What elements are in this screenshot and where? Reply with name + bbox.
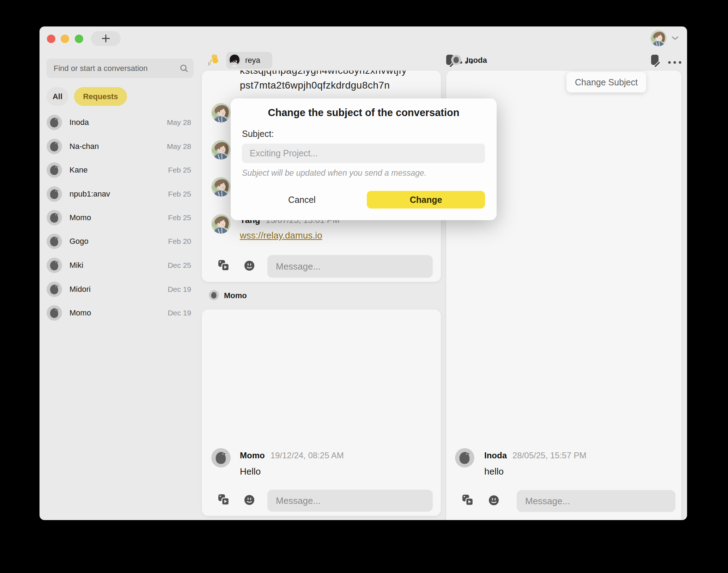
bird-avatar xyxy=(47,210,62,225)
conversation-date: Feb 25 xyxy=(168,186,191,202)
bird-avatar-glyph xyxy=(47,139,62,154)
emoji-glyph xyxy=(244,495,255,505)
conversation-name: Gogo xyxy=(69,234,89,249)
bird-avatar-glyph xyxy=(211,448,231,468)
user-avatar[interactable] xyxy=(650,30,667,46)
ellipsis-glyph xyxy=(668,61,682,64)
bird-avatar xyxy=(47,234,62,249)
message-avatar xyxy=(211,103,231,122)
conversation-row[interactable]: Miki Dec 25 xyxy=(47,258,194,273)
girl-avatar-glyph xyxy=(211,177,231,197)
conversation-date: May 28 xyxy=(167,115,191,130)
conversation-name: Miki xyxy=(69,258,83,273)
girl-avatar-glyph xyxy=(211,140,231,159)
change-button[interactable]: Change xyxy=(367,191,485,209)
media-glyph xyxy=(461,494,474,506)
dialog-title: Change the subject of the conversation xyxy=(231,107,497,119)
subject-note: Subject will be updated when you send a … xyxy=(242,168,426,178)
conversation-name: Momo xyxy=(69,305,91,321)
tab-requests[interactable]: Requests xyxy=(74,87,127,106)
zoom-button[interactable] xyxy=(75,35,83,43)
bird-avatar xyxy=(47,282,62,297)
chat-panel-momo: Momo19/12/24, 08:25 AM Hello xyxy=(202,309,441,516)
change-subject-tooltip: Change Subject xyxy=(566,72,646,92)
bird-avatar-glyph xyxy=(47,282,62,297)
bird-avatar-glyph xyxy=(47,115,62,130)
user-menu[interactable] xyxy=(650,29,686,47)
bird-avatar-glyph xyxy=(47,305,62,321)
close-button[interactable] xyxy=(47,35,55,43)
conversation-name: Midori xyxy=(69,282,91,297)
conversation-row[interactable]: Midori Dec 19 xyxy=(47,282,194,297)
conversation-row[interactable]: Momo Feb 25 xyxy=(47,210,194,225)
bird-avatar-glyph xyxy=(47,162,62,178)
emoji-picker-icon[interactable] xyxy=(489,495,499,507)
bird-avatar-glyph xyxy=(209,290,219,300)
attach-media-icon[interactable] xyxy=(217,259,230,273)
conversation-row[interactable]: npub1:anav Feb 25 xyxy=(47,186,194,202)
conversation-row[interactable]: Na-chan May 28 xyxy=(47,139,194,154)
emoji-glyph xyxy=(244,260,255,271)
attach-media-icon[interactable] xyxy=(461,494,474,507)
chat-title-reya[interactable]: reya xyxy=(226,52,272,69)
girl-avatar-glyph xyxy=(650,30,667,46)
conversation-row[interactable]: Momo Dec 19 xyxy=(47,305,194,321)
search-input[interactable] xyxy=(47,59,194,78)
conversation-name: Momo xyxy=(69,210,91,225)
message-input[interactable] xyxy=(267,255,433,278)
bird-avatar xyxy=(47,258,62,273)
search-icon xyxy=(180,64,189,73)
bird-avatar xyxy=(209,290,219,300)
subject-label: Subject: xyxy=(242,129,274,139)
bird-avatar xyxy=(47,139,62,154)
search-field xyxy=(47,59,194,78)
conversation-row[interactable]: Kane Feb 25 xyxy=(47,162,194,178)
chat-menu-icon[interactable] xyxy=(668,60,682,65)
bird-avatar xyxy=(455,448,474,468)
message-text: hello xyxy=(484,466,504,477)
bird-avatar xyxy=(451,55,461,65)
conversation-date: Feb 25 xyxy=(168,210,191,225)
message-meta: Inoda28/05/25, 15:57 PM xyxy=(484,451,586,460)
relay-link[interactable]: wss://relay.damus.io xyxy=(240,230,322,241)
subject-input[interactable] xyxy=(242,144,485,163)
wave-icon xyxy=(208,54,221,68)
emoji-glyph xyxy=(489,495,499,506)
attach-media-icon[interactable] xyxy=(217,493,230,507)
minimize-button[interactable] xyxy=(61,35,69,43)
conversation-row[interactable]: Inoda May 28 xyxy=(47,115,194,130)
girl-avatar-glyph xyxy=(211,103,231,122)
chat-title-label: reya xyxy=(245,56,260,65)
message-input[interactable] xyxy=(267,490,433,512)
conversation-name: Kane xyxy=(69,162,87,178)
tab-all[interactable]: All xyxy=(47,87,68,106)
conversation-date: May 28 xyxy=(167,139,191,154)
conversation-date: Dec 19 xyxy=(168,282,191,297)
change-subject-icon[interactable] xyxy=(650,54,661,69)
conversation-name: Inoda xyxy=(69,115,89,130)
emoji-picker-icon[interactable] xyxy=(244,260,255,272)
bird-avatar xyxy=(47,305,62,321)
new-tab-button[interactable] xyxy=(91,31,121,46)
message-time: 19/12/24, 08:25 AM xyxy=(271,451,344,460)
conversation-row[interactable]: Gogo Feb 20 xyxy=(47,234,194,249)
conversation-date: Dec 25 xyxy=(168,258,191,273)
npub-message-line: pst7mta2t6wpjh0qfzkdrdgu8ch7n xyxy=(240,80,390,91)
media-glyph xyxy=(217,259,230,272)
reya-avatar xyxy=(228,54,241,67)
bird-avatar xyxy=(47,115,62,130)
message-meta: Momo19/12/24, 08:25 AM xyxy=(240,451,344,460)
media-glyph xyxy=(217,493,230,506)
message-input[interactable] xyxy=(517,490,675,512)
bird-avatar xyxy=(211,448,231,468)
chevron-down-icon xyxy=(672,36,679,40)
emoji-picker-icon[interactable] xyxy=(244,495,255,506)
cancel-button[interactable]: Cancel xyxy=(272,191,332,209)
message-time: 28/05/25, 15:57 PM xyxy=(512,451,586,460)
note-edit-glyph xyxy=(650,54,661,68)
message-avatar xyxy=(211,140,231,159)
message-text: Hello xyxy=(240,466,261,477)
bird-avatar-glyph xyxy=(47,186,62,202)
bird-avatar-glyph xyxy=(47,258,62,273)
bird-avatar-glyph xyxy=(47,234,62,249)
